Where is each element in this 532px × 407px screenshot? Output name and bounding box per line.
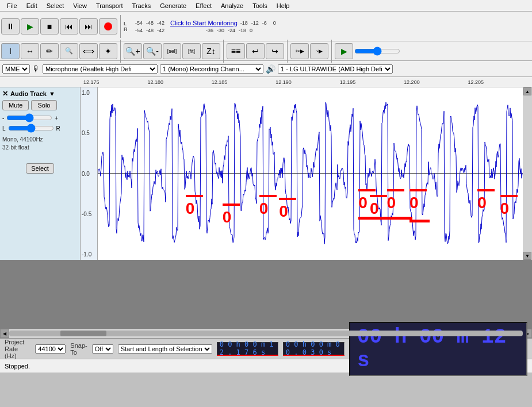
vu-scale-b7: -18 (239, 28, 249, 33)
status-text: Stopped. (5, 363, 30, 370)
separator5 (331, 40, 332, 63)
scale-mid-top: 0.5 (82, 130, 96, 136)
vu-scale7: 0 (273, 20, 284, 26)
pan-slider[interactable] (8, 124, 54, 132)
menu-select[interactable]: Select (42, 2, 69, 10)
ruler-tick-1: 12.180 (147, 79, 211, 85)
play-button[interactable]: ▶ (21, 18, 39, 34)
draw-tool-button[interactable]: ✏ (40, 43, 59, 59)
separator4 (287, 40, 288, 63)
tools-toolbar: I ↔ ✏ 🔍 ⟺ ✦ 🔍+ 🔍- [sel] [fit] Z↕ ≡≡ ↩ ↪ … (0, 41, 532, 61)
waveform-area[interactable]: 00000000000000111111111111111 (98, 87, 523, 260)
scroll-down-button[interactable]: ▼ (523, 252, 531, 260)
monitor-button[interactable]: Click to Start Monitoring (170, 20, 238, 26)
ruler-tick-3: 12.190 (275, 79, 339, 85)
menu-tools[interactable]: Tools (248, 2, 272, 10)
zoom-toggle-button[interactable]: Z↕ (202, 43, 220, 59)
menu-effect[interactable]: Effect (191, 2, 216, 10)
menu-generate[interactable]: Generate (155, 2, 191, 10)
track-mute-solo-row: Mute Solo (2, 100, 78, 110)
menu-view[interactable]: View (68, 2, 91, 10)
envelope-tool-button[interactable]: ↔ (21, 43, 39, 59)
prev-button[interactable]: ⏮ (60, 18, 78, 34)
vu-scale3: -42 (157, 20, 167, 26)
snap-to-label: Snap-To (70, 342, 87, 356)
ruler-tick-2: 12.185 (212, 79, 275, 85)
track-close-button[interactable]: ✕ (2, 90, 8, 98)
project-rate-select[interactable]: 44100 (35, 344, 66, 354)
waveform-canvas (98, 87, 523, 260)
record-button[interactable] (99, 18, 117, 34)
select-button[interactable]: Select (26, 163, 54, 174)
next-button[interactable]: ⏭ (79, 18, 98, 34)
timeshift-tool-button[interactable]: ⟺ (79, 43, 98, 59)
ruler-tick-0: 12.175 (83, 79, 147, 85)
channels-select[interactable]: 1 (Mono) Recording Chann... (160, 64, 263, 74)
zoom-in-button[interactable]: 🔍+ (124, 43, 142, 59)
track-title-row: ✕ Audio Track ▼ (2, 90, 78, 98)
stop-button[interactable]: ■ (40, 18, 59, 34)
zoom-out-button[interactable]: 🔍- (143, 43, 162, 59)
solo-button[interactable]: Solo (31, 100, 56, 110)
selection-tool-button[interactable]: I (1, 43, 20, 59)
timeline-ruler: 12.175 12.180 12.185 12.190 12.195 12.20… (0, 77, 532, 87)
vu-scale-b5: -30 (217, 28, 227, 33)
pause-button[interactable]: ⏸ (1, 18, 20, 34)
speaker-icon: 🔊 (266, 64, 275, 74)
redo-button[interactable]: ↪ (266, 43, 284, 59)
cut-preview-button[interactable]: ✂▶ (290, 43, 309, 59)
selection-mode-select[interactable]: Start and Length of Selection (118, 344, 212, 354)
selection-length-display[interactable]: 0 0 h 0 0 m 0 0 . 0 3 0 s (283, 342, 345, 356)
gain-slider[interactable] (6, 114, 52, 122)
mute-button[interactable]: Mute (2, 100, 29, 110)
vu-scale-b2: -48 (146, 28, 156, 33)
vertical-scrollbar[interactable]: ▲ ▼ (523, 87, 532, 260)
menu-tracks[interactable]: Tracks (128, 2, 156, 10)
vu-lr-top: LR (124, 21, 134, 32)
microphone-icon: 🎙 (32, 64, 40, 74)
snap-to-select[interactable]: Off (92, 344, 113, 354)
bottom-toolbar: Project Rate (Hz) 44100 Snap-To Off Star… (0, 338, 532, 359)
zoom-fit-sel-button[interactable]: [sel] (163, 43, 181, 59)
main-content: ✕ Audio Track ▼ Mute Solo - + L R Mono, … (0, 87, 532, 260)
menu-edit[interactable]: Edit (22, 2, 42, 10)
menu-help[interactable]: Help (272, 2, 294, 10)
menu-analyze[interactable]: Analyze (216, 2, 248, 10)
play-at-speed-button[interactable]: ▶ (335, 43, 353, 59)
selection-start-display[interactable]: 0 0 h 0 0 m 1 2 . 1 7 6 s (217, 342, 278, 356)
gain-min-label: - (2, 115, 4, 121)
separator3 (223, 40, 224, 63)
time2-value: 0 0 h 0 0 m 0 0 . 0 3 0 s (286, 340, 342, 356)
separator (120, 15, 121, 38)
input-device-select[interactable]: Microphone (Realtek High Defi (43, 64, 158, 74)
output-device-select[interactable]: 1 - LG ULTRAWIDE (AMD High Defi (278, 64, 393, 74)
project-rate-label: Project Rate (Hz) (5, 339, 30, 359)
hscroll-track (9, 331, 523, 336)
track-dropdown-icon[interactable]: ▼ (49, 90, 55, 97)
scroll-up-button[interactable]: ▲ (523, 87, 531, 95)
scale-labels: 1.0 0.5 0.0 -0.5 -1.0 (81, 87, 98, 260)
vu-scale-top: -54 (135, 20, 146, 26)
pan-left-label: L (2, 125, 6, 132)
undo-button[interactable]: ↩ (246, 43, 265, 59)
track-title: Audio Track (10, 90, 47, 97)
vu-scale5: -12 (251, 20, 262, 26)
menu-transport[interactable]: Transport (91, 2, 128, 10)
scale-top: 1.0 (82, 90, 96, 96)
host-select[interactable]: MME (2, 64, 30, 74)
gain-max-label: + (55, 115, 58, 121)
pan-row: L R (2, 124, 78, 132)
scroll-left-button[interactable]: ◀ (0, 329, 9, 338)
silence-button[interactable]: ≡≡ (227, 43, 245, 59)
scale-mid-bot: -0.5 (82, 211, 96, 217)
scale-bot: -1.0 (82, 251, 96, 258)
hscroll-thumb[interactable] (60, 331, 106, 336)
playback-speed-slider[interactable] (354, 47, 400, 56)
multi-tool-button[interactable]: ✦ (99, 43, 117, 59)
zoom-fit-button[interactable]: [fit] (182, 43, 201, 59)
envelope2-button[interactable]: ~▶ (310, 43, 328, 59)
ruler-tick-5: 12.200 (404, 79, 468, 85)
zoom-tool-button[interactable]: 🔍 (60, 43, 78, 59)
menu-file[interactable]: File (2, 2, 22, 10)
vu-scale-b1: -54 (135, 28, 146, 33)
